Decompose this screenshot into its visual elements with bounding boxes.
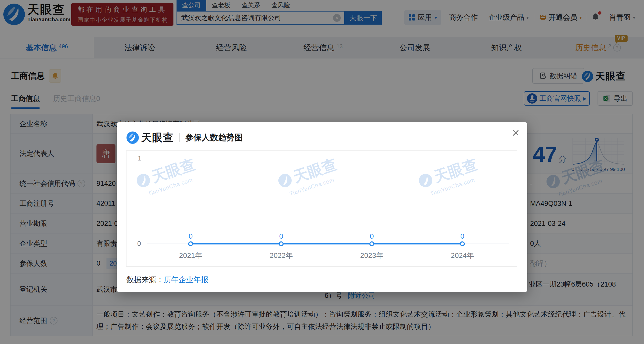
modal-title: 参保人数趋势图 <box>185 132 243 143</box>
tianyancha-logo-icon <box>126 131 139 144</box>
y-axis-tick-min: 0 <box>137 240 141 248</box>
source-label: 数据来源： <box>126 276 164 284</box>
data-point-label: 0 <box>460 232 464 240</box>
data-point-label: 0 <box>189 232 193 240</box>
line-chart-canvas <box>126 151 517 266</box>
insured-trend-modal: 天眼查 参保人数趋势图 × 天眼查 TianYanCha.com 天眼查 <box>117 122 527 292</box>
y-axis-tick-max: 1 <box>138 154 141 162</box>
insured-trend-chart: 天眼查 TianYanCha.com 天眼查 TianYanCha.com 天眼… <box>126 150 517 267</box>
data-point-label: 0 <box>370 232 374 240</box>
modal-brand: 天眼查 <box>141 130 174 145</box>
x-axis-tick: 2022年 <box>270 251 293 260</box>
annual-reports-link[interactable]: 历年企业年报 <box>164 276 208 284</box>
close-icon[interactable]: × <box>512 126 520 139</box>
x-axis-tick: 2021年 <box>179 251 202 260</box>
x-axis-tick: 2024年 <box>451 251 474 260</box>
data-point-label: 0 <box>279 232 283 240</box>
x-axis-tick: 2023年 <box>360 251 383 260</box>
divider <box>179 133 180 142</box>
